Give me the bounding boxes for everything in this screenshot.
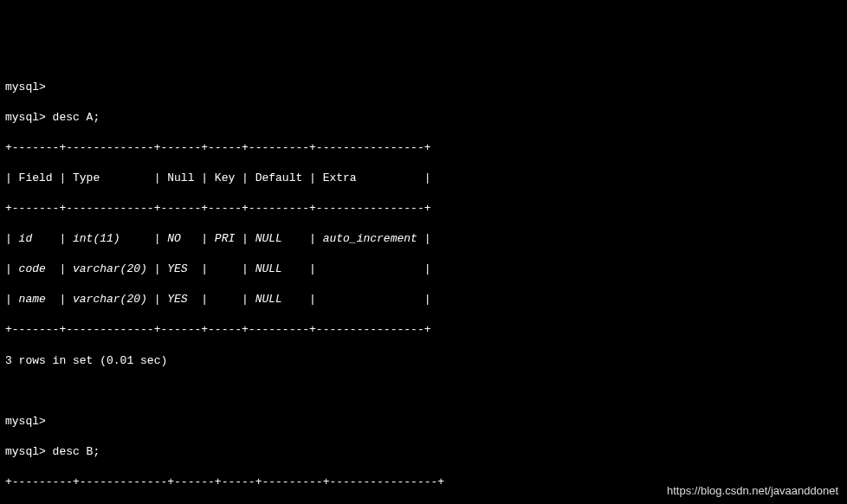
table-a-footer: 3 rows in set (0.01 sec) <box>5 353 842 369</box>
blank-line <box>5 384 842 399</box>
table-a-border-bot: +-------+-------------+------+-----+----… <box>5 322 842 338</box>
command-desc-b: mysql> desc B; <box>5 444 842 460</box>
table-a-border-top: +-------+-------------+------+-----+----… <box>5 140 842 156</box>
table-row: | name | varchar(20) | YES | | NULL | | <box>5 292 842 307</box>
watermark-text: https://blog.csdn.net/javaanddonet <box>667 483 838 499</box>
table-a-border-mid: +-------+-------------+------+-----+----… <box>5 201 842 216</box>
table-a-header: | Field | Type | Null | Key | Default | … <box>5 171 842 186</box>
command-desc-a: mysql> desc A; <box>5 110 842 126</box>
table-row: | id | int(11) | NO | PRI | NULL | auto_… <box>5 231 842 247</box>
prompt-line: mysql> <box>5 414 842 430</box>
terminal-output: mysql> mysql> desc A; +-------+---------… <box>5 64 842 504</box>
prompt-line: mysql> <box>5 80 842 95</box>
table-row: | code | varchar(20) | YES | | NULL | | <box>5 262 842 277</box>
